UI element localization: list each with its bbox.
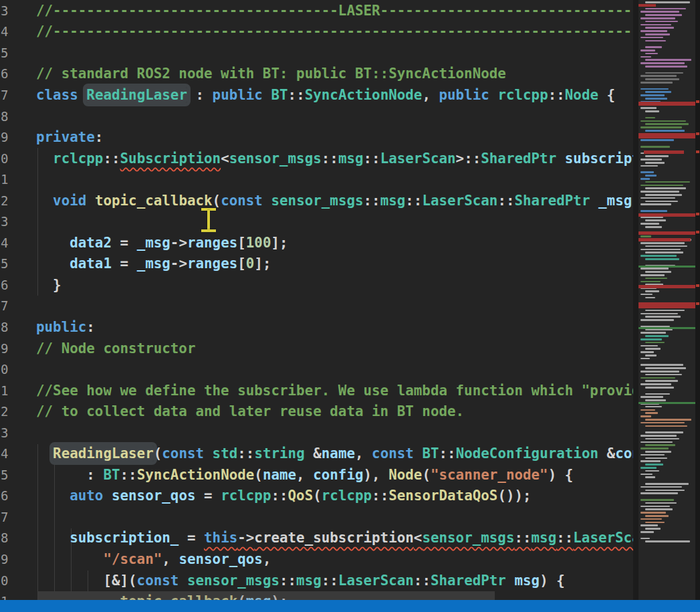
minimap-code-row <box>645 91 671 93</box>
minimap-separator-line <box>638 327 695 329</box>
code-line[interactable]: 6 } <box>0 274 633 296</box>
code-line[interactable]: 0 [&](const sensor_msgs::msg::LaserScan:… <box>0 570 633 591</box>
line-number[interactable]: 6 <box>0 488 9 503</box>
code-line[interactable]: 1//See how we define the subscriber. We … <box>0 380 633 401</box>
minimap-code-row <box>640 499 674 501</box>
code-line[interactable]: 7 <box>0 506 633 528</box>
minimap-code-row <box>640 467 657 469</box>
minimap-code-row <box>645 123 689 125</box>
code-line-text: // Node constructor <box>9 340 195 356</box>
code-line[interactable]: 5 data1 = _msg->ranges[0]; <box>0 253 633 275</box>
code-line[interactable]: 9// Node constructor <box>0 338 633 359</box>
code-line[interactable]: 7 <box>0 296 633 317</box>
minimap-code-row <box>645 470 659 472</box>
minimap-code-row <box>640 178 650 180</box>
minimap-code-row <box>645 528 661 530</box>
line-number[interactable]: 4 <box>0 235 9 250</box>
line-number[interactable]: 7 <box>0 510 9 524</box>
line-number[interactable]: 8 <box>0 320 9 334</box>
line-number[interactable]: 3 <box>0 3 9 18</box>
minimap-code-row <box>645 412 658 414</box>
line-number[interactable]: 4 <box>0 446 9 461</box>
line-number[interactable]: 5 <box>0 45 9 60</box>
minimap-code-row <box>640 345 658 347</box>
minimap-code-row <box>640 492 678 494</box>
code-line[interactable]: 4 data2 = _msg->ranges[100]; <box>0 232 633 253</box>
minimap-code-row <box>640 294 653 296</box>
overview-ruler-error-mark <box>696 284 699 287</box>
code-line[interactable]: 3//----------------------------------LAS… <box>0 0 633 21</box>
code-line-text: public: <box>9 319 95 335</box>
minimap-code-row <box>640 409 655 411</box>
line-number[interactable]: 9 <box>0 341 9 356</box>
line-number[interactable]: 5 <box>0 468 9 482</box>
line-number[interactable]: 2 <box>0 404 9 419</box>
code-line-text: auto sensor_qos = rclcpp::QoS(rclcpp::Se… <box>9 488 532 504</box>
minimap-code-row <box>645 297 655 299</box>
line-number[interactable]: 1 <box>0 594 9 600</box>
code-line[interactable]: 6// standard ROS2 node with BT: public B… <box>0 64 633 85</box>
minimap-code-row <box>645 406 662 408</box>
code-line[interactable]: 2 void topic_callback(const sensor_msgs:… <box>0 190 633 211</box>
code-line[interactable]: 9private: <box>0 126 633 148</box>
line-number[interactable]: 0 <box>0 151 9 166</box>
line-number[interactable]: 6 <box>0 66 9 81</box>
line-number[interactable]: 7 <box>0 88 9 102</box>
code-line[interactable]: 0 <box>0 359 633 380</box>
line-number[interactable]: 8 <box>0 109 9 124</box>
line-number[interactable]: 0 <box>0 573 9 588</box>
code-line[interactable]: 1 <box>0 169 633 190</box>
code-line[interactable]: 0 rclcpp::Subscription<sensor_msgs::msg:… <box>0 148 633 169</box>
code-line[interactable]: 5 <box>0 42 633 64</box>
minimap-code-row <box>640 441 673 443</box>
code-line[interactable]: 9 "/scan", sensor_qos, <box>0 548 633 570</box>
line-number[interactable]: 3 <box>0 214 9 229</box>
code-line[interactable]: 7class ReadingLaser : public BT::SyncAct… <box>0 84 633 106</box>
code-line[interactable]: 3 <box>0 422 633 443</box>
line-number[interactable]: 9 <box>0 130 9 144</box>
code-line[interactable]: 6 auto sensor_qos = rclcpp::QoS(rclcpp::… <box>0 486 633 507</box>
minimap-code-row <box>645 40 666 42</box>
overview-ruler-scrollbar[interactable] <box>695 0 700 600</box>
minimap-code-row <box>640 518 662 520</box>
minimap[interactable] <box>638 0 695 600</box>
minimap-code-row <box>645 245 687 247</box>
minimap-code-row <box>640 486 682 488</box>
line-number[interactable]: 0 <box>0 362 9 377</box>
code-line-text: //--------------------------------------… <box>9 23 633 39</box>
line-number[interactable]: 3 <box>0 425 9 440</box>
code-line[interactable]: 2// to collect data and later reuse data… <box>0 401 633 422</box>
code-line[interactable]: 3 <box>0 211 633 232</box>
code-line[interactable]: 4//-------------------------------------… <box>0 21 633 43</box>
code-line[interactable]: 5 : BT::SyncActionNode(name, config), No… <box>0 464 633 486</box>
code-line[interactable]: 1 topic_callback(msg); <box>0 591 633 600</box>
minimap-code-row <box>640 62 685 64</box>
minimap-code-row <box>640 274 665 276</box>
line-number[interactable]: 1 <box>0 383 9 398</box>
code-line[interactable]: 8 subscription_ = this->create_subscript… <box>0 528 633 549</box>
code-line[interactable]: 8 <box>0 106 633 127</box>
line-number[interactable]: 9 <box>0 552 9 567</box>
code-line-text: } <box>9 277 62 293</box>
code-line[interactable]: 4 ReadingLaser(const std::string &name, … <box>0 443 633 464</box>
minimap-code-row <box>640 75 677 77</box>
line-number[interactable]: 6 <box>0 278 9 292</box>
minimap-code-row <box>640 11 679 13</box>
line-number[interactable]: 4 <box>0 24 9 39</box>
code-line[interactable]: 8public: <box>0 316 633 338</box>
code-editor-viewport[interactable]: 3//----------------------------------LAS… <box>0 0 633 600</box>
line-number[interactable]: 7 <box>0 298 9 313</box>
minimap-code-row <box>640 107 657 109</box>
line-number[interactable]: 8 <box>0 530 9 545</box>
minimap-code-row <box>640 82 673 84</box>
overview-ruler-error-mark <box>696 302 699 305</box>
line-number[interactable]: 1 <box>0 172 9 187</box>
line-number[interactable]: 2 <box>0 193 9 208</box>
minimap-code-row <box>645 162 665 164</box>
minimap-code-row <box>645 431 683 433</box>
minimap-code-row <box>640 203 671 205</box>
line-number[interactable]: 5 <box>0 256 9 271</box>
minimap-code-row <box>640 126 682 128</box>
minimap-code-row <box>645 457 667 460</box>
minimap-code-row <box>645 53 658 55</box>
